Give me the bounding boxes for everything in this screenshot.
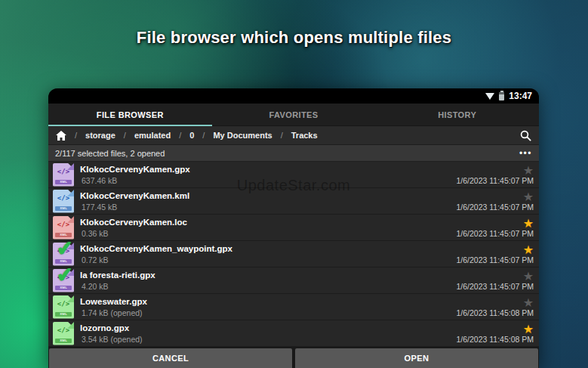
android-status-bar: 13:47 — [48, 88, 539, 104]
file-name: KlokocCervenyKamen_waypoint.gpx — [80, 244, 456, 253]
status-clock: 13:47 — [509, 91, 532, 101]
file-name: lozorno.gpx — [80, 323, 456, 332]
file-size: 3.54 kB (opened) — [80, 335, 456, 344]
home-icon[interactable] — [56, 131, 66, 141]
file-name: KlokocCervenyKamen.kml — [80, 191, 456, 200]
file-date: 1/6/2023 11:45:08 PM — [456, 308, 534, 317]
breadcrumb-segment-0[interactable]: 0 — [189, 131, 194, 140]
file-size: 1.74 kB (opened) — [80, 308, 456, 317]
xml-file-icon: </> XML — [53, 216, 74, 240]
file-size: 4.20 kB — [80, 282, 456, 291]
favorite-star-icon[interactable]: ★ — [523, 165, 534, 176]
favorite-star-icon[interactable]: ★ — [523, 271, 534, 282]
favorite-star-icon[interactable]: ★ — [523, 244, 534, 255]
file-name: KlokocCervenyKamen.gpx — [80, 165, 456, 174]
page-title: File browser which opens multiple files — [0, 28, 588, 48]
xml-file-icon: </> XML — [53, 190, 74, 213]
selection-status-bar: 2/117 selected files, 2 opened ••• — [48, 145, 539, 162]
more-options-icon[interactable]: ••• — [519, 150, 532, 157]
tab-file-browser[interactable]: FILE BROWSER — [48, 104, 212, 125]
file-date: 1/6/2023 11:45:07 PM — [456, 203, 534, 212]
xml-file-icon: </> XML — [53, 322, 74, 345]
file-row[interactable]: </> XML KlokocCervenyKamen.loc 0.36 kB ★… — [48, 215, 539, 241]
breadcrumb-segment-emulated[interactable]: emulated — [134, 131, 171, 140]
file-row[interactable]: </> XML Loweswater.gpx 1.74 kB (opened) … — [48, 294, 539, 320]
battery-icon — [499, 92, 504, 101]
file-date: 1/6/2023 11:45:07 PM — [456, 176, 534, 185]
xml-file-icon: </> XML — [53, 163, 74, 187]
breadcrumb-segment-storage[interactable]: storage — [85, 131, 115, 140]
file-row[interactable]: </> XML ✔ KlokocCervenyKamen_waypoint.gp… — [48, 241, 539, 267]
breadcrumb-separator: / — [281, 131, 283, 140]
file-date: 1/6/2023 11:45:07 PM — [456, 282, 534, 291]
file-list: </> XML KlokocCervenyKamen.gpx 637.46 kB… — [48, 162, 539, 347]
breadcrumb-separator: / — [75, 131, 77, 140]
favorite-star-icon[interactable]: ★ — [523, 218, 534, 229]
file-date: 1/6/2023 11:45:07 PM — [456, 229, 534, 238]
file-date: 1/6/2023 11:45:07 PM — [456, 255, 534, 264]
file-row[interactable]: </> XML lozorno.gpx 3.54 kB (opened) ★ 1… — [48, 320, 539, 347]
file-size: 0.36 kB — [80, 229, 456, 238]
open-button[interactable]: OPEN — [295, 348, 538, 368]
file-date: 1/6/2023 11:45:08 PM — [456, 335, 534, 344]
selected-check-icon: ✔ — [53, 236, 77, 261]
wifi-icon — [485, 93, 494, 100]
breadcrumb: / storage / emulated / 0 / My Documents … — [48, 126, 539, 145]
tab-bar: FILE BROWSER FAVORITES HISTORY — [48, 104, 539, 126]
xml-file-icon: </> XML — [53, 295, 74, 319]
search-icon[interactable] — [520, 130, 531, 141]
file-row[interactable]: </> XML KlokocCervenyKamen.gpx 637.46 kB… — [48, 162, 539, 188]
file-size: 637.46 kB — [80, 176, 456, 185]
dialog-action-bar: CANCEL OPEN — [48, 347, 539, 368]
selection-status-text: 2/117 selected files, 2 opened — [55, 149, 165, 158]
xml-file-icon-selected: </> XML ✔ — [53, 243, 74, 266]
file-size: 177.45 kB — [80, 203, 456, 212]
cancel-button[interactable]: CANCEL — [49, 348, 292, 368]
breadcrumb-segment-my-documents[interactable]: My Documents — [213, 131, 272, 140]
favorite-star-icon[interactable]: ★ — [523, 297, 534, 308]
file-size: 0.72 kB — [80, 255, 456, 264]
file-name: Loweswater.gpx — [80, 297, 456, 306]
favorite-star-icon[interactable]: ★ — [523, 323, 534, 335]
file-row[interactable]: </> XML ✔ la foresta-rieti.gpx 4.20 kB ★… — [48, 267, 539, 294]
selected-check-icon: ✔ — [53, 262, 77, 287]
breadcrumb-segment-tracks[interactable]: Tracks — [291, 131, 318, 140]
breadcrumb-separator: / — [179, 131, 181, 140]
breadcrumb-separator: / — [124, 131, 126, 140]
file-row[interactable]: </> XML KlokocCervenyKamen.kml 177.45 kB… — [48, 188, 539, 215]
breadcrumb-separator: / — [202, 131, 205, 140]
tab-favorites[interactable]: FAVORITES — [212, 104, 376, 125]
file-name: KlokocCervenyKamen.loc — [80, 218, 456, 227]
xml-file-icon-selected: </> XML ✔ — [53, 269, 74, 292]
tab-history[interactable]: HISTORY — [375, 104, 539, 125]
file-name: la foresta-rieti.gpx — [80, 271, 456, 280]
file-browser-window: 13:47 FILE BROWSER FAVORITES HISTORY / s… — [48, 88, 539, 368]
favorite-star-icon[interactable]: ★ — [523, 191, 534, 203]
